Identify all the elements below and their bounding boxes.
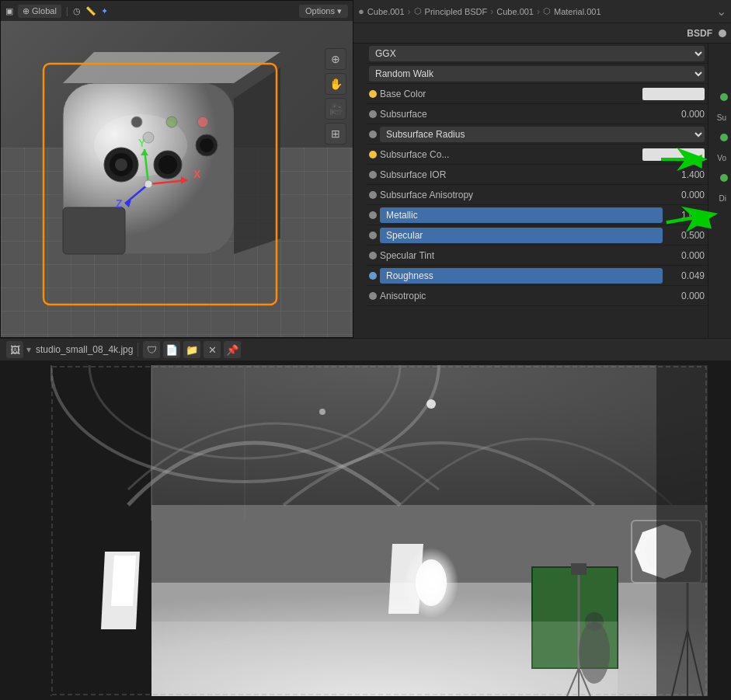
breadcrumb-cube2: Cube.001 [496, 7, 534, 16]
base-color-socket [369, 90, 377, 98]
toolbar-sep1 [137, 343, 138, 357]
ggx-row[interactable]: GGX [366, 44, 708, 64]
image-icon[interactable]: 🖼 [6, 341, 23, 358]
left-socket-column [353, 44, 366, 338]
subsurface-value: 0.000 [666, 109, 705, 120]
subsurface-radius-select[interactable]: Subsurface Radius [380, 127, 705, 142]
hdri-display [50, 365, 708, 696]
svg-point-8 [200, 138, 214, 152]
svg-point-6 [158, 155, 177, 174]
top-section: ▣ ⊕ Global | ◷ 📏 ✦ Options ▾ [0, 0, 731, 338]
folder-icon[interactable]: 📁 [183, 341, 200, 358]
move-icon[interactable]: ✋ [325, 73, 346, 95]
subsurface-color-socket [369, 151, 377, 158]
bsdf-header-row: BSDF [353, 23, 731, 44]
svg-point-59 [426, 399, 436, 409]
roughness-slider[interactable]: Roughness [380, 268, 663, 284]
middle-toolbar: 🖼 ▾ studio_small_08_4k.jpg 🛡 📄 📁 ✕ 📌 [0, 338, 731, 361]
subsurface-ior-label: Subsurface IOR [380, 169, 663, 180]
anisotropic-value: 0.000 [666, 291, 705, 301]
options-button[interactable]: Options ▾ [299, 5, 348, 18]
subsurface-label: Subsurface [380, 109, 663, 120]
global-button[interactable]: ⊕ Global [18, 5, 61, 18]
output-panel: Su Vo Di [708, 44, 731, 338]
pin-icon[interactable]: 📌 [224, 341, 241, 358]
surface-label-row: Su [708, 107, 731, 127]
specular-tint-row[interactable]: Specular Tint 0.000 [366, 246, 708, 266]
subsurface-anisotropy-row[interactable]: Subsurface Anisotropy 0.000 [366, 185, 708, 205]
specular-slider[interactable]: Specular [380, 228, 663, 243]
roughness-row[interactable]: Roughness 0.049 [366, 266, 708, 286]
volume-dot [720, 134, 728, 141]
volume-label: Vo [717, 154, 726, 162]
file-icon[interactable]: 📄 [163, 341, 180, 358]
metallic-row[interactable]: Metallic 1.000 [366, 205, 708, 225]
breadcrumb-material: Principled BSDF [425, 7, 488, 16]
roughness-socket [369, 272, 377, 280]
scene-area: X Y Z ⊕ ✋ 🎥 ⊞ [1, 21, 353, 337]
anisotropic-row[interactable]: Anisotropic 0.000 [366, 286, 708, 306]
material-sphere-icon: ● [358, 5, 364, 17]
app-container: ▣ ⊕ Global | ◷ 📏 ✦ Options ▾ [0, 0, 731, 700]
ruler-icon: 📏 [85, 6, 96, 16]
svg-rect-61 [656, 365, 708, 696]
svg-point-21 [131, 117, 142, 127]
surface-output [708, 87, 731, 107]
panel-collapse-btn[interactable]: ⌄ [716, 4, 726, 19]
cursor-icon[interactable]: ⊕ [325, 48, 346, 70]
grid-icon[interactable]: ⊞ [325, 123, 346, 145]
separator: | [66, 5, 68, 16]
disp-label: Di [719, 194, 726, 203]
subsurface-anisotropy-value: 0.000 [666, 190, 705, 200]
global-icon: ⊕ [23, 6, 30, 16]
subsurface-ior-row[interactable]: Subsurface IOR 1.400 [366, 165, 708, 185]
bsdf-label: BSDF [687, 28, 712, 39]
subsurface-row[interactable]: Subsurface 0.000 [366, 104, 708, 124]
breadcrumb-sep3: › [537, 6, 540, 17]
breadcrumb-cube: Cube.001 [367, 7, 405, 16]
specular-value: 0.500 [666, 230, 705, 241]
subsurface-color-swatch[interactable] [642, 148, 705, 161]
surface-dot [720, 93, 728, 101]
dropdown-arrow[interactable]: ▾ [26, 344, 31, 355]
panel-body: GGX Random Walk Base Color [353, 44, 731, 338]
base-color-swatch[interactable] [642, 88, 705, 100]
subsurface-ior-value: 1.400 [666, 169, 705, 180]
svg-point-41 [416, 559, 447, 606]
specular-tint-socket [369, 252, 377, 259]
specular-socket [369, 232, 377, 239]
subsurface-radius-row[interactable]: Subsurface Radius [366, 124, 708, 145]
options-label: Options [305, 6, 335, 16]
svg-point-60 [319, 409, 325, 415]
svg-text:Z: Z [116, 197, 123, 210]
subsurface-color-row[interactable]: Subsurface Co... [366, 145, 708, 165]
properties-panel: ● Cube.001 › ⬡ Principled BSDF › Cube.00… [353, 0, 731, 338]
view-mode-label: ▣ [5, 6, 13, 16]
sphere-icon2: ⬡ [543, 6, 551, 16]
disp-dot [720, 174, 728, 182]
tool-icon: ✦ [101, 6, 108, 16]
hdri-svg [50, 365, 708, 696]
specular-row[interactable]: Specular 0.500 [366, 225, 708, 246]
bsdf-connector-dot [719, 30, 726, 37]
camera-icon[interactable]: 🎥 [325, 98, 346, 120]
specular-tint-label: Specular Tint [380, 250, 663, 261]
metallic-value: 1.000 [666, 210, 705, 221]
random-walk-select[interactable]: Random Walk [369, 66, 705, 82]
svg-rect-9 [63, 207, 125, 254]
base-color-row[interactable]: Base Color [366, 84, 708, 104]
random-walk-row[interactable]: Random Walk [366, 64, 708, 84]
subsurface-ior-socket [369, 171, 377, 179]
shield-icon[interactable]: 🛡 [143, 341, 160, 358]
svg-point-23 [197, 117, 208, 127]
volume-label-row: Vo [708, 148, 731, 168]
close-icon[interactable]: ✕ [204, 341, 221, 358]
svg-point-4 [115, 158, 127, 171]
metallic-slider[interactable]: Metallic [380, 207, 663, 223]
global-label: Global [32, 6, 57, 16]
right-toolbar: ⊕ ✋ 🎥 ⊞ [325, 48, 346, 145]
ggx-select[interactable]: GGX [369, 46, 705, 61]
svg-point-22 [166, 117, 177, 127]
viewport[interactable]: ▣ ⊕ Global | ◷ 📏 ✦ Options ▾ [0, 0, 353, 338]
disp-label-row: Di [708, 188, 731, 208]
